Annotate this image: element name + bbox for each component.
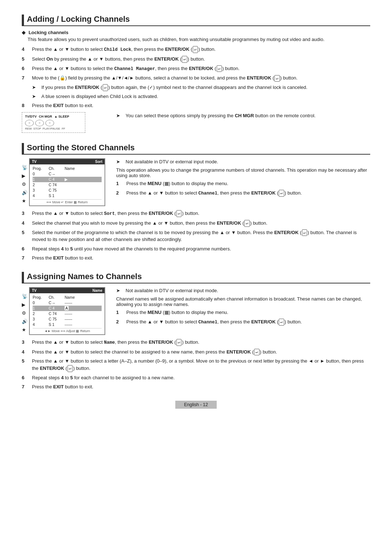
icon-settings: ⚙ [22, 181, 28, 187]
locking-step8: 8 Press the EXIT button to exit. [22, 102, 370, 109]
sorting-not-available: ➤ Not available in DTV or external input… [116, 158, 370, 166]
sorting-row-4: 4 S 1 [33, 193, 102, 199]
step-7: 7 Move to the (🔒) field by pressing the … [22, 74, 370, 82]
tv-side-icons: 📡 ▶ ⚙ 🔊 ★ [22, 165, 28, 204]
step-4: 4 Press the ▲ or ▼ button to select Chil… [22, 46, 370, 53]
assigning-row-2: 2 C 74 ------ [33, 311, 102, 316]
remote-labels: TV/DTV CH MGR ▲ SLEEP [25, 115, 82, 118]
arrow-note-2: ➤ A blue screen is displayed when Child … [32, 93, 370, 100]
sorting-tv-with-side: 📡 ▶ ⚙ 🔊 ★ TV Sort Prog. [22, 158, 109, 206]
assigning-footer: ◄► Move ⟺ Adjust ▦ Return [33, 328, 102, 333]
assigning-row-0: 0 C -- ------ [33, 300, 102, 306]
sorting-step-1: 1 Press the MENU (▦) button to display t… [116, 180, 370, 187]
section-title-sorting: Sorting the Stored Channels [22, 143, 370, 155]
sorting-footer: ⟺ Move ↵ Enter ▦ Return [33, 199, 102, 204]
assigning-steps-1-2: 1 Press the MENU (▦) button to display t… [116, 309, 370, 326]
remote-section: TV/DTV CH MGR ▲ SLEEP ○ ○ ○ REW STOP PLA… [22, 112, 370, 133]
sorting-titlebar: TV Sort [30, 159, 105, 164]
remote-btn-tv: ○ [25, 120, 34, 126]
sorting-row-2: 2 C 74 [33, 182, 102, 188]
assigning-step-3: 3 Press the ▲ or ▼ button to select Name… [22, 339, 370, 346]
locking-subtitle: ◆ Locking channels [22, 30, 370, 35]
assigning-row-3: 3 C 75 ------ [33, 316, 102, 322]
remote-btns-row1: ○ ○ ○ [25, 120, 82, 126]
remote-image: TV/DTV CH MGR ▲ SLEEP ○ ○ ○ REW STOP PLA… [22, 112, 109, 133]
diamond-icon: ◆ [22, 30, 25, 35]
remote-btn-chmgr: ○ [35, 120, 44, 126]
icon-star: ★ [22, 198, 28, 204]
sorting-step-7: 7 Press the EXIT button to exit. [22, 254, 370, 262]
sorting-tv-image: 📡 ▶ ⚙ 🔊 ★ TV Sort Prog. [22, 158, 109, 206]
assigning-step-4: 4 Press the ▲ or ▼ button to select the … [22, 348, 370, 356]
assigning-row-4: 4 S 1 ------ [33, 322, 102, 327]
page-wrapper: Adding / Locking Channels ◆ Locking chan… [22, 15, 370, 409]
remote-btn-sleep: ○ [45, 120, 54, 126]
assigning-header-row: Prog. Ch. Name [33, 295, 102, 300]
sorting-step-5: 5 Select the number of the programme to … [22, 229, 370, 243]
section-sorting: Sorting the Stored Channels 📡 ▶ ⚙ 🔊 ★ TV… [22, 143, 370, 262]
assigning-step-5: 5 Press the ▲ or ▼ button to select a le… [22, 358, 370, 372]
page-footer: English - 12 [22, 401, 370, 409]
sorting-tv-body: Prog. Ch. Name 0 C -- 1 C 4 [30, 164, 105, 205]
icon-speaker2: 🔊 [22, 319, 28, 324]
assigning-tv-image: 📡 ▶ ⚙ 🔊 ★ TV Name Prog. [22, 287, 109, 335]
assigning-top: 📡 ▶ ⚙ 🔊 ★ TV Name Prog. [22, 287, 370, 335]
icon-play2: ▶ [22, 302, 28, 307]
icon-star2: ★ [22, 327, 28, 332]
sorting-tv-screen: TV Sort Prog. Ch. Name 0 C -- [29, 158, 105, 206]
sorting-steps-1-2: 1 Press the MENU (▦) button to display t… [116, 180, 370, 197]
section-title-assigning: Assigning Names to Channels [22, 272, 370, 283]
sorting-steps-3-7: 3 Press the ▲ or ▼ button to select Sort… [22, 210, 370, 262]
assigning-tv-screen: TV Name Prog. Ch. Name 0 C -- [29, 287, 105, 335]
remote-arrow-note: ➤ You can select these options simply by… [116, 112, 370, 119]
assigning-titlebar: TV Name [30, 288, 105, 293]
sorting-top: 📡 ▶ ⚙ 🔊 ★ TV Sort Prog. [22, 158, 370, 206]
sorting-row-1: 1 C 4 ▶ [33, 177, 102, 182]
assigning-side-icons: 📡 ▶ ⚙ 🔊 ★ [22, 294, 28, 332]
remote-note: ➤ You can select these options simply by… [116, 112, 370, 121]
icon-antenna: 📡 [22, 165, 28, 170]
sorting-row-3: 3 C 75 [33, 188, 102, 193]
icon-antenna2: 📡 [22, 294, 28, 299]
section-title-adding-locking: Adding / Locking Channels [22, 15, 370, 26]
icon-settings2: ⚙ [22, 310, 28, 316]
remote-labels-row2: REW STOP PLAY/PAUSE FF [25, 127, 82, 130]
icon-speaker: 🔊 [22, 190, 28, 195]
sorting-step-3: 3 Press the ▲ or ▼ button to select Sort… [22, 210, 370, 217]
sorting-step-4: 4 Select the channel that you wish to mo… [22, 220, 370, 227]
step-8: 8 Press the EXIT button to exit. [22, 102, 370, 109]
locking-steps: 4 Press the ▲ or ▼ button to select Chil… [22, 46, 370, 82]
section-adding-locking: Adding / Locking Channels ◆ Locking chan… [22, 15, 370, 133]
assigning-step-6: 6 Repeat steps 4 to 5 for each channel t… [22, 374, 370, 381]
assigning-tv-with-side: 📡 ▶ ⚙ 🔊 ★ TV Name Prog. [22, 287, 109, 335]
sorting-step-6: 6 Repeat steps 4 to 5 until you have mov… [22, 245, 370, 253]
section-assigning: Assigning Names to Channels 📡 ▶ ⚙ 🔊 ★ TV… [22, 272, 370, 391]
assigning-step-7: 7 Press the EXIT button to exit. [22, 383, 370, 391]
assigning-steps-3-7: 3 Press the ▲ or ▼ button to select Name… [22, 339, 370, 391]
subsection-locking: ◆ Locking channels This feature allows y… [22, 30, 370, 42]
assigning-right-col: ➤ Not available in DTV or external input… [116, 287, 370, 328]
icon-play: ▶ [22, 173, 28, 179]
sorting-right-col: ➤ Not available in DTV or external input… [116, 158, 370, 199]
assigning-step-1: 1 Press the MENU (▦) button to display t… [116, 309, 370, 316]
assigning-row-1: 1 C 4 A [33, 306, 102, 311]
assigning-intro: Channel names will be assigned automatic… [116, 296, 370, 307]
step-5: 5 Select On by pressing the ▲ or ▼ butto… [22, 56, 370, 63]
sorting-header-row: Prog. Ch. Name [33, 166, 102, 171]
sorting-row-0: 0 C -- [33, 171, 102, 177]
assigning-step-2: 2 Press the ▲ or ▼ button to select Chan… [116, 318, 370, 326]
sorting-step-2: 2 Press the ▲ or ▼ button to select Chan… [116, 189, 370, 197]
assigning-not-available: ➤ Not available in DTV or external input… [116, 287, 370, 294]
page-label: English - 12 [175, 401, 217, 409]
locking-intro: This feature allows you to prevent unaut… [28, 37, 370, 42]
arrow-note-1: ➤ If you press the ENTER/OK (↵) button a… [32, 84, 370, 91]
remote-mock: TV/DTV CH MGR ▲ SLEEP ○ ○ ○ REW STOP PLA… [22, 112, 85, 133]
step-6: 6 Press the ▲ or ▼ buttons to select the… [22, 65, 370, 73]
sorting-intro: This operation allows you to change the … [116, 167, 370, 178]
assigning-tv-body: Prog. Ch. Name 0 C -- ------ 1 [30, 293, 105, 334]
